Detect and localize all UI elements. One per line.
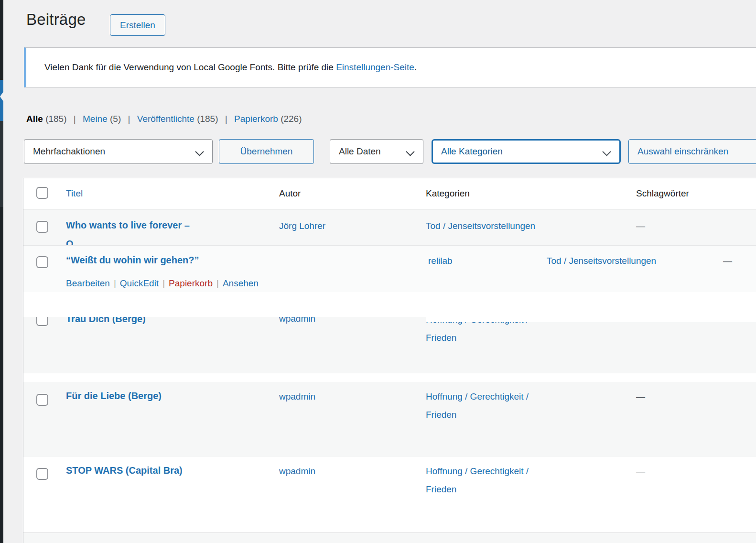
- filter-all-count: (185): [45, 114, 66, 124]
- settings-page-link[interactable]: Einstellungen-Seite: [336, 62, 414, 72]
- author-link[interactable]: wpadmin: [279, 391, 315, 402]
- post-title-link[interactable]: STOP WARS (Capital Bra): [66, 465, 183, 476]
- tags-empty-dash: —: [636, 466, 645, 477]
- post-title-clipped-line: Q: [66, 239, 209, 245]
- filter-trash[interactable]: Papierkorb: [234, 114, 278, 124]
- filter-mine[interactable]: Meine: [83, 114, 108, 124]
- row-checkbox[interactable]: [36, 221, 48, 233]
- filter-all[interactable]: Alle: [26, 114, 43, 124]
- filter-separator: |: [221, 114, 232, 124]
- trash-action-link[interactable]: Papierkorb: [169, 278, 213, 288]
- category-link[interactable]: Tod / Jenseitsvorstellungen: [426, 221, 535, 231]
- chevron-down-icon: [406, 147, 414, 156]
- action-separator: |: [159, 278, 169, 288]
- table-footer-band: [23, 532, 756, 543]
- admin-menu-strip[interactable]: [0, 0, 3, 543]
- row-actions: Bearbeiten|QuickEdit|Papierkorb|Ansehen: [66, 278, 259, 289]
- post-title-link[interactable]: Who wants to live forever –: [66, 220, 190, 231]
- date-filter-select[interactable]: Alle Daten: [330, 139, 423, 164]
- column-header-categories: Kategorien: [426, 188, 470, 199]
- page-title: Beiträge: [26, 11, 86, 29]
- table-header-row: Titel Autor Kategorien Schlagwörter: [23, 178, 756, 209]
- tags-empty-dash: —: [636, 221, 645, 231]
- chevron-down-icon: [602, 147, 611, 156]
- filter-published[interactable]: Veröffentlichte: [137, 114, 194, 124]
- post-status-filters: Alle (185) | Meine (5) | Veröffentlichte…: [26, 114, 302, 124]
- filter-published-count: (185): [197, 114, 218, 124]
- limit-selection-button[interactable]: Auswahl einschränken: [628, 139, 756, 164]
- posts-table: Titel Autor Kategorien Schlagwörter Who …: [23, 178, 756, 543]
- category-link[interactable]: relilab: [428, 256, 453, 266]
- row-checkbox[interactable]: [36, 394, 48, 406]
- filter-separator: |: [69, 114, 80, 124]
- table-row: “Weißt du wohin wir gehen?” relilab Tod …: [23, 246, 756, 292]
- row-checkbox[interactable]: [36, 256, 48, 268]
- apply-button[interactable]: Übernehmen: [219, 139, 314, 164]
- category-filter-select[interactable]: Alle Kategorien: [432, 139, 621, 164]
- post-title-link[interactable]: Trau Dich (Berge): [66, 317, 146, 325]
- notice-text-before: Vielen Dank für die Verwendung von Local…: [44, 62, 336, 72]
- row-checkbox[interactable]: [36, 468, 48, 480]
- bulk-actions-value: Mehrfachaktionen: [33, 140, 105, 163]
- table-row: Trau Dich (Berge) wpadmin Hoffnung / Ger…: [23, 317, 756, 373]
- category-link[interactable]: Frieden: [426, 484, 456, 495]
- column-header-tags: Schlagwörter: [636, 188, 689, 199]
- action-separator: |: [110, 278, 120, 288]
- action-separator: |: [213, 278, 223, 288]
- category-filter-value: Alle Kategorien: [441, 141, 503, 163]
- admin-submenu-segment: [0, 121, 3, 207]
- table-row: Für die Liebe (Berge) wpadmin Hoffnung /…: [23, 382, 756, 457]
- filter-trash-count: (226): [281, 114, 302, 124]
- category-link[interactable]: Hoffnung / Gerechtigkeit /: [426, 391, 529, 402]
- tags-empty-dash: —: [723, 256, 732, 266]
- author-link[interactable]: wpadmin: [279, 317, 315, 324]
- select-all-checkbox[interactable]: [36, 187, 48, 199]
- bulk-actions-select[interactable]: Mehrfachaktionen: [24, 139, 213, 164]
- posts-admin-page: Beiträge Erstellen Vielen Dank für die V…: [0, 0, 756, 543]
- admin-notice: Vielen Dank für die Verwendung von Local…: [24, 47, 756, 87]
- clip-overlay: [426, 317, 756, 322]
- filter-mine-count: (5): [110, 114, 121, 124]
- notice-text: Vielen Dank für die Verwendung von Local…: [44, 48, 417, 87]
- author-link[interactable]: Jörg Lohrer: [279, 221, 325, 231]
- row-spacer: [23, 373, 756, 382]
- date-filter-value: Alle Daten: [339, 140, 381, 163]
- author-link[interactable]: wpadmin: [279, 466, 315, 477]
- view-action-link[interactable]: Ansehen: [223, 278, 259, 288]
- post-title-link[interactable]: Für die Liebe (Berge): [66, 391, 162, 402]
- create-post-button[interactable]: Erstellen: [110, 14, 165, 36]
- post-title-link[interactable]: “Weißt du wohin wir gehen?”: [66, 255, 199, 266]
- quick-edit-action-link[interactable]: QuickEdit: [120, 278, 159, 288]
- notice-text-after: .: [414, 62, 417, 72]
- table-row: Who wants to live forever – Q Jörg Lohre…: [23, 209, 756, 246]
- category-link[interactable]: Tod / Jenseitsvorstellungen: [547, 256, 656, 266]
- category-link[interactable]: Hoffnung / Gerechtigkeit /: [426, 466, 529, 477]
- row-spacer: [23, 292, 756, 317]
- column-header-title[interactable]: Titel: [66, 188, 83, 199]
- tags-empty-dash: —: [636, 391, 645, 402]
- category-link[interactable]: Frieden: [426, 333, 456, 343]
- column-header-author: Autor: [279, 188, 301, 199]
- category-link[interactable]: Frieden: [426, 410, 456, 420]
- edit-action-link[interactable]: Bearbeiten: [66, 278, 110, 288]
- current-menu-arrow-icon: [0, 90, 4, 103]
- row-checkbox[interactable]: [36, 317, 48, 326]
- chevron-down-icon: [195, 147, 204, 156]
- table-row: STOP WARS (Capital Bra) wpadmin Hoffnung…: [23, 457, 756, 532]
- filter-separator: |: [124, 114, 135, 124]
